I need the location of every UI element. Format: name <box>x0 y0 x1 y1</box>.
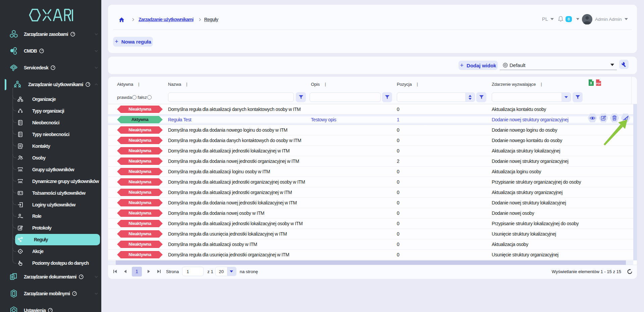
svg-text:PDF: PDF <box>596 82 601 85</box>
svg-text:X: X <box>590 81 592 85</box>
